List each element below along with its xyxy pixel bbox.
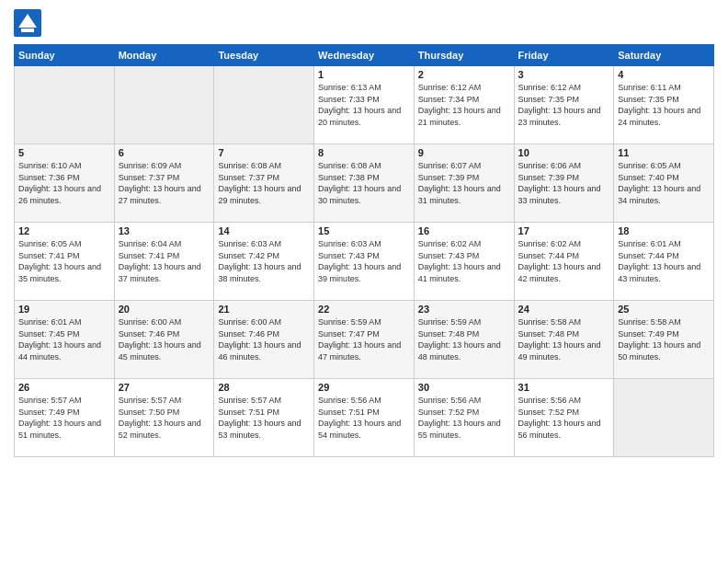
day-header-monday: Monday — [114, 45, 214, 66]
cell-info: Sunrise: 6:06 AMSunset: 7:39 PMDaylight:… — [518, 160, 610, 206]
day-number: 22 — [318, 304, 410, 315]
day-number: 24 — [518, 304, 610, 315]
cell-info: Sunrise: 6:02 AMSunset: 7:43 PMDaylight:… — [418, 238, 510, 284]
calendar-cell: 14Sunrise: 6:03 AMSunset: 7:42 PMDayligh… — [214, 223, 314, 301]
calendar-cell: 18Sunrise: 6:01 AMSunset: 7:44 PMDayligh… — [614, 223, 714, 301]
calendar-cell: 25Sunrise: 5:58 AMSunset: 7:49 PMDayligh… — [614, 301, 714, 379]
calendar-cell: 23Sunrise: 5:59 AMSunset: 7:48 PMDayligh… — [414, 301, 514, 379]
day-number: 25 — [618, 304, 710, 315]
day-number: 15 — [318, 225, 410, 236]
cell-info: Sunrise: 6:10 AMSunset: 7:36 PMDaylight:… — [18, 160, 110, 206]
calendar-cell: 9Sunrise: 6:07 AMSunset: 7:39 PMDaylight… — [414, 144, 514, 223]
day-number: 12 — [18, 225, 110, 236]
calendar-cell — [214, 66, 314, 144]
calendar-cell: 20Sunrise: 6:00 AMSunset: 7:46 PMDayligh… — [114, 301, 214, 379]
cell-info: Sunrise: 6:00 AMSunset: 7:46 PMDaylight:… — [119, 316, 210, 362]
day-number: 26 — [18, 382, 110, 393]
cell-info: Sunrise: 6:05 AMSunset: 7:40 PMDaylight:… — [618, 160, 710, 206]
calendar-table: SundayMondayTuesdayWednesdayThursdayFrid… — [14, 44, 714, 457]
calendar-cell: 26Sunrise: 5:57 AMSunset: 7:49 PMDayligh… — [15, 379, 115, 457]
calendar-cell: 8Sunrise: 6:08 AMSunset: 7:38 PMDaylight… — [314, 144, 415, 223]
cell-info: Sunrise: 5:56 AMSunset: 7:52 PMDaylight:… — [418, 395, 510, 441]
day-header-thursday: Thursday — [414, 45, 514, 66]
calendar-cell: 12Sunrise: 6:05 AMSunset: 7:41 PMDayligh… — [15, 223, 115, 301]
calendar-cell: 28Sunrise: 5:57 AMSunset: 7:51 PMDayligh… — [214, 379, 314, 457]
cell-info: Sunrise: 5:58 AMSunset: 7:49 PMDaylight:… — [618, 316, 710, 362]
cell-info: Sunrise: 6:08 AMSunset: 7:37 PMDaylight:… — [218, 160, 310, 206]
cell-info: Sunrise: 5:59 AMSunset: 7:48 PMDaylight:… — [418, 316, 510, 362]
day-number: 16 — [418, 225, 510, 236]
day-number: 8 — [318, 147, 410, 158]
day-number: 19 — [18, 304, 110, 315]
calendar-cell: 13Sunrise: 6:04 AMSunset: 7:41 PMDayligh… — [114, 223, 214, 301]
cell-info: Sunrise: 6:08 AMSunset: 7:38 PMDaylight:… — [318, 160, 410, 206]
day-header-tuesday: Tuesday — [214, 45, 314, 66]
cell-info: Sunrise: 6:03 AMSunset: 7:42 PMDaylight:… — [218, 238, 310, 284]
day-number: 11 — [618, 147, 710, 158]
cell-info: Sunrise: 6:09 AMSunset: 7:37 PMDaylight:… — [119, 160, 210, 206]
day-number: 10 — [518, 147, 610, 158]
calendar-cell: 11Sunrise: 6:05 AMSunset: 7:40 PMDayligh… — [614, 144, 714, 223]
calendar-cell: 22Sunrise: 5:59 AMSunset: 7:47 PMDayligh… — [314, 301, 415, 379]
day-number: 17 — [518, 225, 610, 236]
calendar-cell — [15, 66, 115, 144]
day-number: 31 — [518, 382, 610, 393]
cell-info: Sunrise: 6:05 AMSunset: 7:41 PMDaylight:… — [18, 238, 110, 284]
day-number: 20 — [119, 304, 210, 315]
day-number: 2 — [418, 69, 510, 80]
cell-info: Sunrise: 5:59 AMSunset: 7:47 PMDaylight:… — [318, 316, 410, 362]
day-header-sunday: Sunday — [15, 45, 115, 66]
calendar-cell: 21Sunrise: 6:00 AMSunset: 7:46 PMDayligh… — [214, 301, 314, 379]
cell-info: Sunrise: 5:56 AMSunset: 7:51 PMDaylight:… — [318, 395, 410, 441]
day-header-saturday: Saturday — [614, 45, 714, 66]
day-number: 28 — [218, 382, 310, 393]
calendar-cell — [114, 66, 214, 144]
calendar-cell: 5Sunrise: 6:10 AMSunset: 7:36 PMDaylight… — [15, 144, 115, 223]
calendar-cell — [614, 379, 714, 457]
logo-icon — [14, 9, 41, 37]
day-number: 29 — [318, 382, 410, 393]
cell-info: Sunrise: 5:57 AMSunset: 7:51 PMDaylight:… — [218, 395, 310, 441]
day-number: 3 — [518, 69, 610, 80]
page: SundayMondayTuesdayWednesdayThursdayFrid… — [0, 0, 728, 466]
calendar-cell: 17Sunrise: 6:02 AMSunset: 7:44 PMDayligh… — [514, 223, 614, 301]
logo — [14, 9, 45, 37]
cell-info: Sunrise: 6:04 AMSunset: 7:41 PMDaylight:… — [119, 238, 210, 284]
day-number: 21 — [218, 304, 310, 315]
calendar-cell: 29Sunrise: 5:56 AMSunset: 7:51 PMDayligh… — [314, 379, 415, 457]
calendar-cell: 10Sunrise: 6:06 AMSunset: 7:39 PMDayligh… — [514, 144, 614, 223]
calendar-cell: 3Sunrise: 6:12 AMSunset: 7:35 PMDaylight… — [514, 66, 614, 144]
cell-info: Sunrise: 6:02 AMSunset: 7:44 PMDaylight:… — [518, 238, 610, 284]
cell-info: Sunrise: 6:11 AMSunset: 7:35 PMDaylight:… — [618, 82, 710, 128]
cell-info: Sunrise: 6:01 AMSunset: 7:44 PMDaylight:… — [618, 238, 710, 284]
calendar-body: 1Sunrise: 6:13 AMSunset: 7:33 PMDaylight… — [15, 66, 714, 457]
day-number: 14 — [218, 225, 310, 236]
day-number: 18 — [618, 225, 710, 236]
cell-info: Sunrise: 5:56 AMSunset: 7:52 PMDaylight:… — [518, 395, 610, 441]
cell-info: Sunrise: 6:03 AMSunset: 7:43 PMDaylight:… — [318, 238, 410, 284]
header-row: SundayMondayTuesdayWednesdayThursdayFrid… — [15, 45, 714, 66]
cell-info: Sunrise: 6:12 AMSunset: 7:35 PMDaylight:… — [518, 82, 610, 128]
week-row-4: 26Sunrise: 5:57 AMSunset: 7:49 PMDayligh… — [15, 379, 714, 457]
cell-info: Sunrise: 6:12 AMSunset: 7:34 PMDaylight:… — [418, 82, 510, 128]
calendar-cell: 15Sunrise: 6:03 AMSunset: 7:43 PMDayligh… — [314, 223, 415, 301]
calendar-cell: 24Sunrise: 5:58 AMSunset: 7:48 PMDayligh… — [514, 301, 614, 379]
cell-info: Sunrise: 6:01 AMSunset: 7:45 PMDaylight:… — [18, 316, 110, 362]
day-number: 1 — [318, 69, 410, 80]
day-header-wednesday: Wednesday — [314, 45, 415, 66]
day-number: 5 — [18, 147, 110, 158]
day-number: 6 — [119, 147, 210, 158]
calendar-cell: 19Sunrise: 6:01 AMSunset: 7:45 PMDayligh… — [15, 301, 115, 379]
day-number: 30 — [418, 382, 510, 393]
cell-info: Sunrise: 6:00 AMSunset: 7:46 PMDaylight:… — [218, 316, 310, 362]
cell-info: Sunrise: 5:57 AMSunset: 7:50 PMDaylight:… — [119, 395, 210, 441]
calendar-header: SundayMondayTuesdayWednesdayThursdayFrid… — [15, 45, 714, 66]
svg-rect-2 — [21, 29, 34, 32]
cell-info: Sunrise: 6:13 AMSunset: 7:33 PMDaylight:… — [318, 82, 410, 128]
calendar-cell: 30Sunrise: 5:56 AMSunset: 7:52 PMDayligh… — [414, 379, 514, 457]
day-number: 7 — [218, 147, 310, 158]
cell-info: Sunrise: 5:57 AMSunset: 7:49 PMDaylight:… — [18, 395, 110, 441]
day-number: 27 — [119, 382, 210, 393]
calendar-cell: 2Sunrise: 6:12 AMSunset: 7:34 PMDaylight… — [414, 66, 514, 144]
calendar-cell: 4Sunrise: 6:11 AMSunset: 7:35 PMDaylight… — [614, 66, 714, 144]
